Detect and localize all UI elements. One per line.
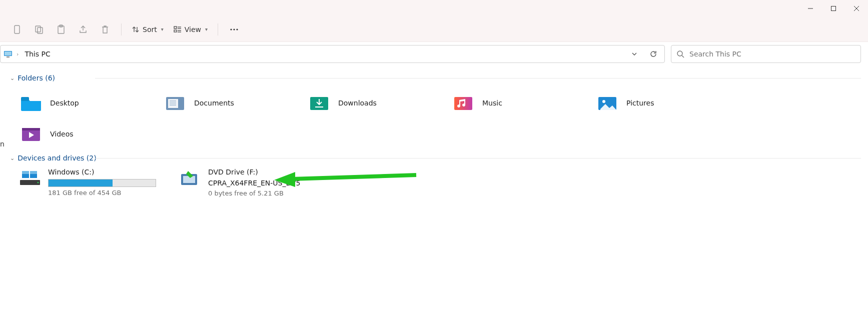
copy-icon[interactable] (29, 20, 49, 38)
folder-label: Documents (194, 99, 234, 107)
svg-line-22 (682, 56, 684, 58)
drive-name-line2: CPRA_X64FRE_EN-US_DV5 (208, 179, 325, 188)
chevron-down-icon: ▾ (161, 26, 164, 32)
folder-documents[interactable]: Documents (161, 89, 305, 117)
svg-rect-41 (30, 171, 37, 174)
view-label: View (185, 26, 201, 34)
chevron-down-icon: ▾ (205, 26, 208, 32)
svg-rect-31 (454, 97, 472, 110)
paste-icon[interactable] (51, 20, 71, 38)
music-folder-icon (452, 94, 474, 112)
folder-label: Downloads (338, 99, 377, 107)
more-options-button[interactable] (224, 20, 244, 38)
svg-point-16 (233, 28, 235, 30)
drive-name: Windows (C:) (48, 168, 165, 177)
address-bar[interactable]: › This PC (0, 45, 665, 63)
new-item-icon[interactable] (7, 20, 27, 38)
chevron-down-icon: ⌄ (10, 75, 15, 82)
dvd-drive-icon (179, 169, 201, 187)
folder-music[interactable]: Music (449, 89, 593, 117)
search-box[interactable] (671, 45, 861, 63)
folder-label: Pictures (626, 99, 654, 107)
drive-free-text: 181 GB free of 454 GB (48, 189, 165, 196)
svg-rect-9 (174, 26, 177, 28)
sort-dropdown[interactable]: Sort ▾ (128, 24, 168, 36)
svg-rect-5 (36, 26, 41, 32)
storage-usage-fill (49, 180, 113, 186)
documents-folder-icon (164, 94, 186, 112)
address-history-dropdown[interactable] (626, 46, 642, 62)
svg-point-33 (602, 100, 605, 103)
svg-rect-43 (183, 176, 195, 183)
svg-point-17 (236, 28, 238, 30)
downloads-folder-icon (308, 94, 330, 112)
svg-rect-35 (22, 128, 40, 130)
folders-group-label: Folders (6) (18, 74, 55, 82)
breadcrumb-location[interactable]: This PC (23, 49, 52, 59)
drives-group-header[interactable]: ⌄ Devices and drives (2) (10, 152, 868, 164)
delete-icon[interactable] (95, 20, 115, 38)
svg-rect-20 (7, 56, 10, 58)
svg-point-15 (230, 28, 232, 30)
search-icon (676, 50, 684, 58)
svg-point-21 (677, 51, 682, 56)
drive-name-line1: DVD Drive (F:) (208, 168, 325, 177)
videos-folder-icon (20, 125, 42, 143)
close-button[interactable] (845, 0, 868, 17)
folder-label: Desktop (50, 99, 79, 107)
folder-desktop[interactable]: Desktop (17, 89, 161, 117)
drives-list: Windows (C:) 181 GB free of 454 GB DVD D… (10, 164, 868, 198)
refresh-button[interactable] (645, 46, 661, 62)
desktop-folder-icon (20, 94, 42, 112)
content-area: ⌄ Folders (6) Desktop Documents Download… (0, 66, 868, 198)
svg-rect-40 (22, 171, 29, 174)
svg-point-37 (38, 182, 39, 184)
folder-downloads[interactable]: Downloads (305, 89, 449, 117)
view-dropdown[interactable]: View ▾ (170, 24, 212, 36)
group-divider (95, 158, 861, 158)
sidebar-edge-fragment: n (0, 140, 5, 148)
svg-rect-10 (174, 30, 177, 32)
minimize-button[interactable] (799, 0, 822, 17)
svg-rect-36 (20, 180, 40, 185)
toolbar-separator (121, 24, 122, 36)
chevron-down-icon: ⌄ (10, 155, 15, 162)
address-search-row: › This PC (0, 42, 868, 66)
maximize-button[interactable] (822, 0, 845, 17)
drive-windows-c[interactable]: Windows (C:) 181 GB free of 454 GB (17, 167, 167, 198)
svg-rect-1 (831, 6, 836, 11)
folder-pictures[interactable]: Pictures (593, 89, 737, 117)
drive-free-text: 0 bytes free of 5.21 GB (208, 190, 325, 197)
this-pc-icon (4, 50, 13, 58)
search-input[interactable] (689, 50, 855, 58)
svg-rect-23 (21, 97, 29, 101)
breadcrumb-caret-icon[interactable]: › (16, 51, 20, 58)
toolbar-separator (218, 24, 218, 36)
folder-videos[interactable]: Videos (17, 120, 161, 148)
pictures-folder-icon (596, 94, 618, 112)
share-icon[interactable] (73, 20, 93, 38)
storage-usage-bar (48, 179, 156, 187)
svg-rect-6 (38, 28, 43, 34)
folder-label: Videos (50, 130, 74, 138)
svg-rect-25 (168, 99, 178, 108)
view-icon (174, 26, 182, 34)
group-divider (95, 78, 861, 78)
svg-rect-4 (15, 26, 20, 34)
command-bar: Sort ▾ View ▾ (0, 17, 868, 42)
sort-label: Sort (143, 26, 157, 34)
drives-group-label: Devices and drives (2) (18, 154, 96, 162)
title-bar (0, 0, 868, 17)
folders-grid: Desktop Documents Downloads Music Pictur… (10, 84, 868, 152)
folders-group-header[interactable]: ⌄ Folders (6) (10, 72, 868, 84)
sort-icon (132, 26, 140, 34)
folder-label: Music (482, 99, 502, 107)
drive-dvd-f[interactable]: DVD Drive (F:) CPRA_X64FRE_EN-US_DV5 0 b… (177, 167, 327, 198)
local-disk-icon (19, 169, 41, 187)
svg-rect-19 (5, 52, 12, 56)
